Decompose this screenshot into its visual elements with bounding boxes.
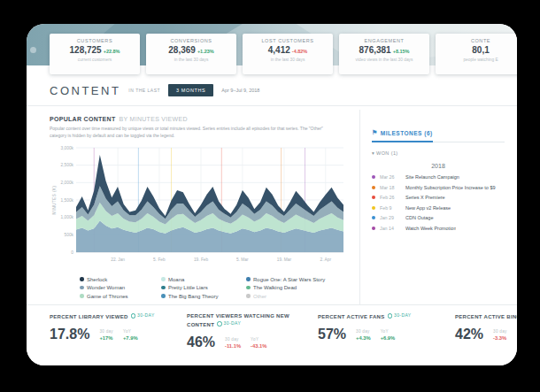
milestone-title: Watch Week Promotion <box>405 226 456 231</box>
kpi-mini-delta: +17% <box>99 335 113 341</box>
legend-item[interactable]: Moana <box>161 277 246 282</box>
kpi-card-value: 128,725+22.8% <box>52 45 137 55</box>
milestone-date: Jan 29 <box>380 215 401 220</box>
kpi-mini-delta: -3.3% <box>493 335 507 341</box>
kpi-mini-col: 30 day-3.3% <box>493 329 507 342</box>
bottom-kpi-label: PERCENT VIEWERS WATCHING NEW CONTENT30-D… <box>187 312 309 329</box>
legend-label: Other <box>253 294 266 299</box>
kpi-mini-col: YoY+7.9% <box>123 329 138 342</box>
milestones-sidebar: ⚑ MILESTONES (6) ▾ WON (1) 2018 Mar 26Si… <box>359 110 517 311</box>
legend-label: The Walking Dead <box>253 285 297 290</box>
kpi-card: ENGAGEMENT876,381+8.15%video views in th… <box>339 34 429 74</box>
legend-label: Moana <box>168 277 184 282</box>
milestone-item[interactable]: Feb 26Series X Premiere <box>372 195 505 200</box>
chart-legend: SherlockWonder WomanGame of ThronesMoana… <box>80 277 347 299</box>
legend-dot <box>80 277 84 281</box>
main-area: POPULAR CONTENT BY MINUTES VIEWED Popula… <box>27 106 517 311</box>
legend-item[interactable]: Game of Thrones <box>80 294 161 299</box>
kpi-mini-col: YoY-43.1% <box>251 337 266 350</box>
legend-label: Pretty Little Liars <box>168 285 208 290</box>
decorative-dot <box>30 47 36 53</box>
milestone-item[interactable]: Feb 9New App v2 Release <box>372 205 505 211</box>
kpi-card-subtext: video views in the last 30 days <box>342 58 427 62</box>
milestone-item[interactable]: Mar 26Site Relaunch Campaign <box>372 174 505 180</box>
svg-text:2,000k: 2,000k <box>61 181 74 185</box>
kpi-card-subtext: current customers <box>52 58 137 62</box>
kpi-card-value: 4,412-4.82% <box>245 45 330 55</box>
svg-text:0: 0 <box>71 250 73 254</box>
popular-content-section: POPULAR CONTENT BY MINUTES VIEWED Popula… <box>50 110 347 311</box>
legend-item[interactable]: Pretty Little Liars <box>161 285 246 290</box>
milestones-filter-won[interactable]: ▾ WON (1) <box>372 150 505 156</box>
kpi-cards-row: CUSTOMERS128,725+22.8%current customersC… <box>50 34 517 74</box>
milestone-title: Site Relaunch Campaign <box>405 174 459 180</box>
kpi-mini-delta: -11.1% <box>225 343 241 349</box>
kpi-mini-col: 30 day-11.1% <box>225 337 241 350</box>
legend-dot <box>246 294 251 298</box>
legend-item[interactable]: The Walking Dead <box>246 285 347 290</box>
kpi-card-delta: +1.23% <box>197 49 214 54</box>
legend-item[interactable]: Sherlock <box>80 277 161 282</box>
bottom-kpi-values: 57%30 day+4.3%YoY+6.9% <box>318 327 446 342</box>
kpi-mini-head: YoY <box>381 329 396 334</box>
popular-content-chart[interactable]: 0500k1,000k1,500k2,000k2,500k3,000k22. J… <box>50 142 347 272</box>
legend-label: Sherlock <box>87 277 107 282</box>
kpi-mini-head: 30 day <box>493 329 507 334</box>
kpi-mini-delta: +7.9% <box>123 335 138 341</box>
bottom-kpi-value: 42% <box>455 327 483 342</box>
milestone-dot <box>372 196 375 199</box>
bottom-kpi-label: PERCENT LIBRARY VIEWED30-DAY <box>50 312 178 321</box>
legend-item[interactable]: Rogue One: A Star Wars Story <box>246 277 347 282</box>
kpi-card-label: LOST CUSTOMERS <box>245 38 330 43</box>
legend-label: Game of Thrones <box>87 294 128 299</box>
milestone-dot <box>372 175 375 179</box>
svg-text:2. Apr: 2. Apr <box>320 257 331 262</box>
clock-icon <box>217 321 222 327</box>
kpi-card-delta: +22.8% <box>104 49 120 54</box>
milestone-date: Feb 26 <box>380 195 401 200</box>
legend-item[interactable]: The Big Bang Theory <box>161 294 246 299</box>
chart-wrap: 0500k1,000k1,500k2,000k2,500k3,000k22. J… <box>50 142 347 275</box>
popular-content-title: POPULAR CONTENT <box>50 116 116 122</box>
svg-text:5. Mar: 5. Mar <box>236 257 249 262</box>
milestone-date: Mar 26 <box>380 174 401 180</box>
bottom-kpi-label: PERCENT ACTIVE FANS30-DAY <box>318 312 446 321</box>
bottom-kpi-values: 46%30 day-11.1%YoY-43.1% <box>187 335 309 350</box>
svg-text:1,500k: 1,500k <box>61 197 74 202</box>
milestone-dot <box>372 227 375 230</box>
bottom-kpi-label: PERCENT ACTIVE BINGERS30-D <box>455 312 517 321</box>
legend-dot <box>161 294 166 298</box>
svg-text:22. Jan: 22. Jan <box>111 257 125 262</box>
milestones-list: Mar 26Site Relaunch CampaignMar 18Monthl… <box>372 174 505 231</box>
legend-dot <box>80 286 84 290</box>
kpi-card-subtext: people watching E <box>438 58 517 62</box>
kpi-card-delta: -4.82% <box>292 49 307 54</box>
legend-dot <box>161 286 166 290</box>
kpi-card-delta: +8.15% <box>393 49 410 54</box>
clock-icon <box>388 313 393 319</box>
range-3-months-button[interactable]: 3 MONTHS <box>168 84 213 96</box>
kpi-mini-col: YoY+6.9% <box>381 329 396 342</box>
kpi-card: CUSTOMERS128,725+22.8%current customers <box>50 34 140 74</box>
kpi-card-value: 28,369+1.23% <box>149 45 234 55</box>
legend-item[interactable]: Wonder Woman <box>80 285 161 290</box>
kpi-card: CONTE80,1people watching E <box>436 34 517 74</box>
milestone-title: Monthly Subscription Price Increase to $… <box>405 185 496 190</box>
tab-milestones[interactable]: ⚑ MILESTONES (6) <box>372 129 433 142</box>
milestone-title: CDN Outage <box>405 215 434 220</box>
legend-dot <box>161 277 166 281</box>
thirty-day-tag: 30-DAY <box>217 320 241 327</box>
kpi-mini-col: 30 day+17% <box>99 329 113 342</box>
svg-text:19. Feb: 19. Feb <box>194 257 209 262</box>
milestone-dot <box>372 216 375 219</box>
legend-item[interactable]: Other <box>246 294 347 299</box>
milestone-item[interactable]: Jan 14Watch Week Promotion <box>372 226 505 231</box>
kpi-mini-col: 30 day+4.3% <box>356 329 371 342</box>
milestone-date: Mar 18 <box>380 185 401 190</box>
svg-text:3,000k: 3,000k <box>61 145 74 150</box>
bottom-kpi-values: 17.8%30 day+17%YoY+7.9% <box>50 327 178 342</box>
kpi-card-label: ENGAGEMENT <box>342 38 427 43</box>
milestone-title: Series X Premiere <box>405 195 445 200</box>
milestone-item[interactable]: Jan 29CDN Outage <box>372 215 505 220</box>
milestone-item[interactable]: Mar 18Monthly Subscription Price Increas… <box>372 185 505 190</box>
